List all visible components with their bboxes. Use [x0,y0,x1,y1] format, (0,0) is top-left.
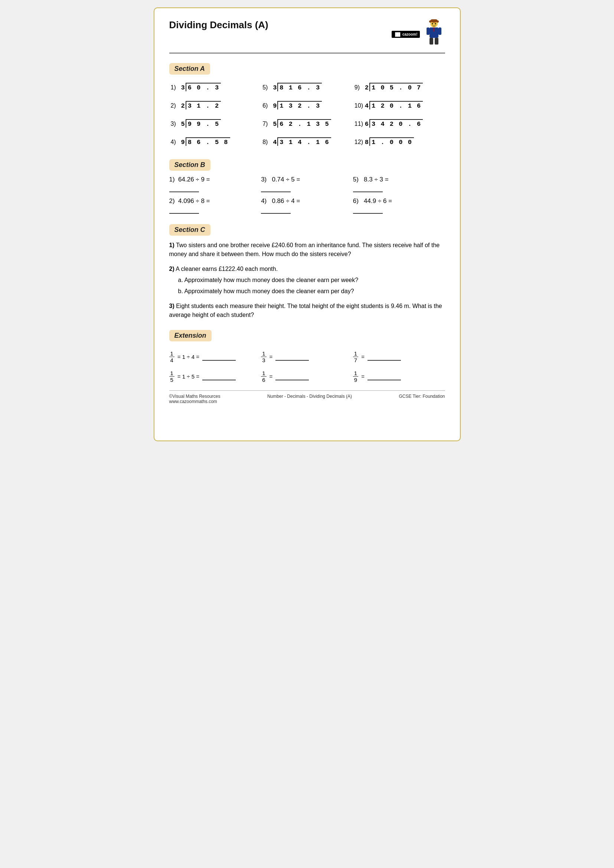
c-problem-2: 2) A cleaner earns £1222.40 each month. … [169,265,445,296]
svg-rect-5 [435,38,439,45]
svg-rect-2 [426,28,429,35]
page-footer: ©Visual Maths Resources www.cazoommaths.… [169,391,445,404]
c-problem-2b: b. Approximately how much money does the… [178,287,445,296]
b-answer-4 [261,208,291,214]
c-problem-2a: a. Approximately how much money does the… [178,276,445,285]
ext-item-7: 1 7 = [353,350,445,363]
division-problem-5: 5) 3 8 1 6 . 3 [261,80,353,94]
ext-answer-1 [202,355,236,361]
extension-grid: 1 4 = 1 ÷ 4 = 1 3 = 1 7 = [169,350,445,383]
section-b-label: Section B [169,159,211,171]
ext-answer-7 [367,355,401,361]
section-c-label: Section C [169,224,211,236]
header-right: ▐█▌ cazoom! [392,19,445,49]
extension-label: Extension [169,330,212,341]
division-problem-11: 11) 6 3 4 2 0 . 6 [353,116,445,131]
b-answer-5 [353,186,383,192]
page-title: Dividing Decimals (A) [169,19,268,31]
cazoom-logo: ▐█▌ cazoom! [392,31,420,38]
footer-center: Number - Decimals - Dividing Decimals (A… [267,394,352,404]
division-problem-9: 9) 2 1 0 5 . 0 7 [353,80,445,94]
division-problem-8: 8) 4 3 1 4 . 1 6 [261,134,353,149]
b-answer-3 [261,186,291,192]
division-problem-2: 2) 2 3 1 . 2 [169,98,261,112]
section-a: Section A 1) 3 6 0 . 3 5) 3 8 1 6 . 3 9)… [169,60,445,149]
b-problem-2: 2) 4.096 ÷ 8 = [169,197,261,214]
b-problem-6: 6) 44.9 ÷ 6 = [353,197,445,214]
footer-right: GCSE Tier: Foundation [399,394,445,404]
division-problem-4: 4) 9 8 6 . 5 8 [169,134,261,149]
b-problem-4: 4) 0.86 ÷ 4 = [261,197,353,214]
ext-answer-5 [202,374,236,380]
cazoom-text: cazoom! [402,32,418,36]
division-problem-10: 10) 4 1 2 0 . 1 6 [353,98,445,112]
section-c: Section C 1) Two sisters and one brother… [169,221,445,319]
b-problem-3: 3) 0.74 ÷ 5 = [261,176,353,192]
division-problem-12: 12) 8 1 . 0 0 0 [353,134,445,149]
ext-item-1: 1 4 = 1 ÷ 4 = [169,350,261,363]
svg-point-7 [429,20,431,23]
page-header: Dividing Decimals (A) ▐█▌ cazoom! [169,19,445,53]
section-a-label: Section A [169,63,210,74]
division-problem-6: 6) 9 1 3 2 . 3 [261,98,353,112]
svg-point-8 [437,20,439,23]
cazoom-icon: ▐█▌ [394,32,402,36]
ext-item-5: 1 5 = 1 ÷ 5 = [169,370,261,383]
section-b: Section B 1) 64.26 ÷ 9 = 3) 0.74 ÷ 5 = 5… [169,156,445,214]
svg-point-10 [435,23,436,25]
division-problem-3: 3) 5 9 9 . 5 [169,116,261,131]
division-problem-7: 7) 5 6 2 . 1 3 5 [261,116,353,131]
character-illustration [423,19,445,49]
b-problem-1: 1) 64.26 ÷ 9 = [169,176,261,192]
svg-rect-4 [429,38,433,45]
svg-point-9 [432,23,433,25]
c-problem-1: 1) Two sisters and one brother receive £… [169,241,445,259]
b-answer-6 [353,208,383,214]
worksheet-page: Dividing Decimals (A) ▐█▌ cazoom! [154,8,460,441]
ext-item-3: 1 3 = [261,350,353,363]
footer-left: ©Visual Maths Resources www.cazoommaths.… [169,394,220,404]
b-answer-1 [169,186,199,192]
extension-section: Extension 1 4 = 1 ÷ 4 = 1 3 = [169,327,445,383]
ext-item-6: 1 6 = [261,370,353,383]
ext-item-9: 1 9 = [353,370,445,383]
section-b-grid: 1) 64.26 ÷ 9 = 3) 0.74 ÷ 5 = 5) 8.3 ÷ 3 … [169,176,445,214]
ext-answer-6 [276,374,309,380]
cazoom-box: ▐█▌ cazoom! [392,31,420,38]
footer-website[interactable]: www.cazoommaths.com [169,399,217,404]
svg-marker-11 [434,28,434,32]
ext-answer-3 [276,355,309,361]
section-a-grid: 1) 3 6 0 . 3 5) 3 8 1 6 . 3 9) 2 1 0 5 .… [169,80,445,149]
ext-answer-9 [367,374,401,380]
c-problem-3: 3) Eight students each measure their hei… [169,302,445,319]
svg-rect-3 [439,28,441,35]
b-problem-5: 5) 8.3 ÷ 3 = [353,176,445,192]
division-problem-1: 1) 3 6 0 . 3 [169,80,261,94]
b-answer-2 [169,208,199,214]
